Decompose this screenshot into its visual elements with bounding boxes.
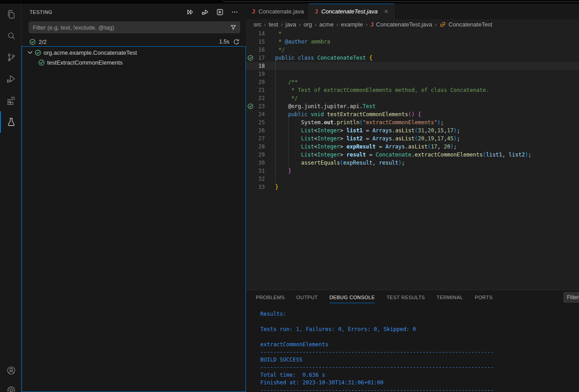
breadcrumb-item[interactable]: example bbox=[341, 21, 363, 28]
code-line: 30 assertEquals(expResult, result); bbox=[246, 159, 579, 167]
activity-extensions-button[interactable] bbox=[0, 90, 22, 111]
activity-settings-button[interactable] bbox=[0, 380, 22, 392]
breadcrumb-item[interactable]: JConcatenateTest.java bbox=[370, 21, 432, 28]
breadcrumb-item[interactable]: acme bbox=[319, 21, 333, 28]
token: > bbox=[340, 127, 347, 134]
breadcrumb-label: ConcatenateTest bbox=[448, 21, 492, 28]
code-line: 14 * bbox=[246, 30, 579, 38]
console-line: Finished at: 2023-10-30T14:31:06+01:00 bbox=[260, 379, 579, 387]
chevron-down-icon[interactable] bbox=[26, 49, 34, 56]
token: ( bbox=[340, 160, 343, 166]
breadcrumb-item[interactable]: org bbox=[303, 21, 312, 28]
refresh-tests-icon[interactable] bbox=[233, 39, 240, 45]
activity-source-control-button[interactable] bbox=[0, 47, 22, 68]
token: asList bbox=[408, 144, 427, 150]
activity-search-button[interactable] bbox=[0, 25, 22, 47]
more-actions-button[interactable] bbox=[230, 7, 240, 17]
token: ( bbox=[415, 127, 418, 134]
token: "extractCommonElements" bbox=[363, 119, 437, 126]
token: asList bbox=[395, 135, 414, 142]
token: list1 bbox=[347, 127, 363, 134]
token: Arrays bbox=[373, 127, 392, 134]
console-filter-input[interactable] bbox=[563, 294, 579, 301]
panel-tab-problems[interactable]: PROBLEMS bbox=[256, 290, 285, 305]
window-top-strip bbox=[0, 0, 579, 4]
line-text: List<Integer> expResult = Arrays.asList(… bbox=[275, 144, 457, 150]
breadcrumb-item[interactable]: java bbox=[285, 21, 296, 28]
code-line: 32 bbox=[246, 175, 579, 183]
activity-testing-button[interactable] bbox=[0, 111, 22, 133]
close-icon[interactable] bbox=[382, 8, 390, 15]
code-line: 23 @org.junit.jupiter.api.Test bbox=[246, 102, 579, 110]
activity-explorer-button[interactable] bbox=[0, 4, 22, 25]
search-icon bbox=[6, 30, 17, 41]
breadcrumb-label: java bbox=[285, 21, 296, 28]
token: 31 bbox=[418, 127, 424, 134]
breadcrumb-label: example bbox=[341, 21, 363, 28]
token: 20 bbox=[428, 127, 434, 134]
gutter-pass-icon[interactable] bbox=[247, 103, 254, 109]
breadcrumb-label: org bbox=[303, 21, 312, 28]
code-line: 17public class ConcatenateTest { bbox=[246, 54, 579, 62]
test-filter-input[interactable] bbox=[29, 24, 230, 31]
code-line: 21 * Test of extractCommonElements metho… bbox=[246, 86, 579, 94]
breadcrumb-item[interactable]: ConcatenateTest bbox=[439, 21, 492, 28]
line-number: 22 bbox=[254, 95, 265, 101]
show-output-button[interactable] bbox=[215, 7, 225, 17]
activity-run-and-debug-button[interactable] bbox=[0, 68, 22, 90]
debug-icon bbox=[6, 74, 17, 84]
debug-tests-button[interactable] bbox=[200, 7, 210, 17]
bottom-panel: PROBLEMSOUTPUTDEBUG CONSOLETEST RESULTST… bbox=[246, 290, 579, 392]
token: , bbox=[437, 144, 443, 150]
token: = bbox=[366, 152, 376, 158]
activity-accounts-button[interactable] bbox=[0, 361, 22, 380]
java-file-icon: J bbox=[315, 8, 318, 15]
token: Test bbox=[363, 103, 376, 109]
token: @org.junit.jupiter.api. bbox=[275, 103, 363, 109]
token: List bbox=[301, 144, 314, 150]
line-number: 21 bbox=[254, 87, 265, 93]
code-editor[interactable]: 14 *15 * @author ammbra16 */17public cla… bbox=[246, 30, 579, 290]
test-pass-count: 2/2 bbox=[39, 39, 47, 45]
panel-tab-ports[interactable]: PORTS bbox=[475, 290, 493, 305]
test-tree-item[interactable]: org.acme.example.ConcatenateTest bbox=[22, 48, 246, 57]
breadcrumb-item[interactable]: src bbox=[254, 21, 261, 28]
activity-bar bbox=[0, 4, 22, 392]
editor-tab[interactable]: JConcatenate.java bbox=[246, 4, 309, 19]
token: ( bbox=[415, 135, 418, 142]
test-pass-icon bbox=[35, 49, 41, 56]
token: , bbox=[373, 160, 379, 166]
token: 17 bbox=[447, 127, 453, 134]
token: , bbox=[424, 127, 427, 134]
token: * bbox=[275, 30, 281, 37]
test-tree-item[interactable]: testExtractCommonElements bbox=[22, 57, 246, 67]
panel-tab-output[interactable]: OUTPUT bbox=[296, 290, 318, 305]
line-text: public void testExtractCommonElements() … bbox=[275, 111, 421, 118]
editor-tab[interactable]: JConcatenateTest.java bbox=[309, 4, 395, 19]
token: = bbox=[376, 144, 386, 150]
code-line: 20 /** bbox=[246, 78, 579, 86]
panel-tab-test-results[interactable]: TEST RESULTS bbox=[386, 290, 425, 305]
token: ) bbox=[453, 135, 456, 142]
line-text: /** bbox=[275, 79, 298, 85]
console-line: Total time: 0.636 s bbox=[260, 371, 579, 379]
filter-funnel-icon[interactable] bbox=[230, 24, 237, 30]
console-line bbox=[260, 318, 579, 326]
panel-tab-debug-console[interactable]: DEBUG CONSOLE bbox=[329, 290, 375, 305]
line-text: System.out.println("extractCommonElement… bbox=[275, 119, 444, 126]
panel-tab-terminal[interactable]: TERMINAL bbox=[437, 290, 463, 305]
line-number: 33 bbox=[254, 184, 265, 190]
token: ) bbox=[453, 127, 456, 134]
token: , bbox=[444, 127, 447, 134]
run-tests-button[interactable] bbox=[185, 7, 195, 17]
breadcrumb-item[interactable]: test bbox=[269, 21, 278, 28]
testing-sidebar: TESTING 2/2 1.5s org.acme.example.Concat… bbox=[22, 4, 246, 392]
gear-icon bbox=[6, 385, 17, 392]
line-number: 30 bbox=[254, 160, 265, 166]
editor-group: JConcatenate.javaJConcatenateTest.java s… bbox=[246, 4, 579, 290]
token: , bbox=[424, 135, 427, 142]
code-line: 31 } bbox=[246, 167, 579, 175]
token: , bbox=[502, 152, 509, 158]
gutter-pass-icon[interactable] bbox=[247, 55, 254, 61]
sidebar-title: TESTING bbox=[30, 9, 52, 15]
